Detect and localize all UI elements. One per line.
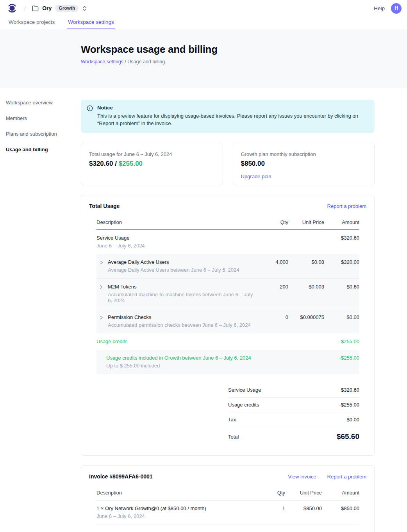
usage-separator: /: [113, 160, 118, 167]
total-usage-value: $320.60 / $255.00: [89, 160, 215, 168]
col-amount: Amount: [324, 215, 359, 230]
sidebar-item-plans-and-subscription[interactable]: Plans and subscription: [6, 131, 81, 137]
top-bar: / Ory Growth Help H: [0, 0, 407, 16]
row-qty: [257, 230, 288, 254]
row-unit-price: $0.003: [288, 279, 324, 309]
subscription-value: $850.00: [241, 160, 367, 168]
summary-value: -$255.00: [339, 402, 359, 408]
row-amount: $320.60: [324, 230, 359, 254]
col-description: Description: [96, 215, 257, 230]
row-subtitle: June 6 – July 6, 2024: [96, 243, 257, 249]
table-row-service-usage: Service Usage June 6 – July 6, 2024 $320…: [96, 230, 359, 254]
preview-notice: Notice This is a preview feature for dis…: [81, 100, 375, 133]
user-avatar[interactable]: H: [391, 3, 402, 14]
row-unit-price: [288, 333, 324, 350]
row-qty: 4,000: [257, 254, 288, 278]
chevron-right-icon[interactable]: [99, 260, 104, 265]
subscription-summary-card: Growth plan monthly subscription $850.00…: [233, 143, 375, 185]
breadcrumb-workspace-settings-link[interactable]: Workspace settings: [81, 59, 123, 64]
row-qty: 1: [260, 500, 285, 525]
tab-workspace-projects[interactable]: Workspace projects: [8, 19, 55, 29]
summary-row-tax: Tax $0.00: [228, 412, 359, 427]
table-row-average-daily-active-users[interactable]: Average Daily Active Users Average Daily…: [96, 254, 359, 278]
table-row-m2m-tokens[interactable]: M2M Tokens Accumulated machine-to-machin…: [96, 278, 359, 309]
upgrade-plan-link[interactable]: Upgrade plan: [241, 174, 271, 179]
summary-row-service-usage: Service Usage $320.60: [228, 383, 359, 397]
summary-value: $0.00: [346, 417, 359, 423]
ory-logo-icon[interactable]: [7, 3, 17, 13]
view-invoice-link[interactable]: View invoice: [288, 474, 316, 480]
usage-table-header: Description Qty Unit Price Amount: [96, 215, 359, 230]
col-amount: Amount: [322, 486, 359, 500]
col-unit-price: Unit Price: [285, 486, 322, 500]
summary-value: $320.60: [341, 387, 359, 393]
usage-table: Description Qty Unit Price Amount Servic…: [96, 215, 359, 445]
info-icon: [87, 105, 93, 111]
row-unit-price: $0.000075: [288, 309, 324, 333]
usage-summary: Service Usage $320.60 Usage credits -$25…: [228, 383, 359, 445]
breadcrumb-slash: /: [24, 5, 26, 12]
workspace-name[interactable]: Ory: [42, 5, 52, 11]
row-subtitle: Accumulated machine-to-machine tokens be…: [108, 292, 257, 303]
folder-icon: [32, 5, 39, 12]
notice-body: This is a preview feature for displaying…: [97, 112, 367, 127]
summary-label: Service Usage: [228, 387, 261, 393]
chevron-right-icon[interactable]: [99, 284, 104, 290]
sidebar-item-workspace-overview[interactable]: Workspace overview: [6, 100, 81, 106]
plan-badge: Growth: [55, 5, 79, 12]
col-qty: Qty: [260, 486, 285, 500]
table-row-usage-credits-detail: Usage credits included in Growth between…: [96, 350, 359, 374]
invoice-table-header: Description Qty Unit Price Amount: [96, 486, 359, 500]
included-amount: $255.00: [119, 160, 143, 167]
invoice-card-title: Invoice #8099AFA6-0001: [89, 473, 153, 480]
row-qty: 0: [257, 309, 288, 333]
help-link[interactable]: Help: [374, 5, 385, 11]
total-usage-card: Total Usage Report a problem Description…: [81, 195, 375, 456]
tab-workspace-settings[interactable]: Workspace settings: [67, 19, 115, 29]
row-subtitle: June 6 – July 6, 2024: [96, 513, 260, 519]
invoice-card: Invoice #8099AFA6-0001 View invoice Repo…: [81, 465, 375, 532]
page-title: Workspace usage and billing: [81, 43, 407, 56]
sidebar-item-members[interactable]: Members: [6, 115, 81, 121]
row-subtitle: Up to $ 255.00 included: [106, 363, 257, 369]
table-row-permission-checks[interactable]: Permission Checks Accumulated permission…: [96, 309, 359, 333]
table-row-invoice-line: 1 × Ory Network Growth@0 (at $850.00 / m…: [96, 500, 359, 525]
page-header: Workspace usage and billing Workspace se…: [0, 29, 407, 88]
col-description: Description: [96, 486, 260, 500]
settings-sidebar: Workspace overview Members Plans and sub…: [0, 88, 81, 162]
col-qty: Qty: [257, 215, 288, 230]
row-amount: $320.00: [324, 254, 359, 278]
usage-amount: $320.60: [89, 160, 113, 167]
row-amount: $850.00: [322, 500, 359, 525]
sidebar-item-usage-and-billing[interactable]: Usage and billing: [6, 147, 81, 152]
row-title: M2M Tokens: [108, 284, 257, 290]
row-title: Usage credits included in Growth between…: [106, 355, 257, 361]
workspace-selector-icon[interactable]: [82, 5, 87, 11]
row-amount: -$255.00: [324, 350, 359, 374]
row-title: Service Usage: [96, 235, 257, 241]
row-unit-price: [288, 230, 324, 254]
row-amount: $0.00: [324, 309, 359, 333]
total-usage-summary-card: Total usage for June 6 – July 6, 2024 $3…: [81, 143, 223, 185]
row-unit-price: $0.08: [288, 254, 324, 278]
notice-title: Notice: [97, 105, 367, 111]
table-row-usage-credits: Usage credits -$255.00: [96, 333, 359, 350]
row-title: Average Daily Active Users: [108, 259, 239, 265]
summary-label: Usage credits: [228, 402, 259, 408]
row-unit-price: $850.00: [285, 500, 322, 525]
report-problem-link[interactable]: Report a problem: [327, 203, 366, 209]
summary-total-value: $65.60: [337, 432, 359, 441]
report-problem-link[interactable]: Report a problem: [327, 474, 366, 480]
main-content: Notice This is a preview feature for dis…: [81, 88, 375, 532]
breadcrumb-current: / Usage and billing: [123, 59, 165, 64]
row-title: 1 × Ory Network Growth@0 (at $850.00 / m…: [96, 505, 260, 511]
summary-label: Tax: [228, 417, 236, 423]
row-title: Usage credits: [96, 339, 257, 344]
row-amount: -$255.00: [324, 333, 359, 350]
row-amount: $0.60: [324, 279, 359, 309]
summary-row-total: Total $65.60: [228, 427, 359, 445]
chevron-right-icon[interactable]: [99, 315, 104, 321]
summary-row-usage-credits: Usage credits -$255.00: [228, 397, 359, 412]
subscription-label: Growth plan monthly subscription: [241, 151, 367, 157]
breadcrumb: Workspace settings / Usage and billing: [81, 59, 407, 64]
